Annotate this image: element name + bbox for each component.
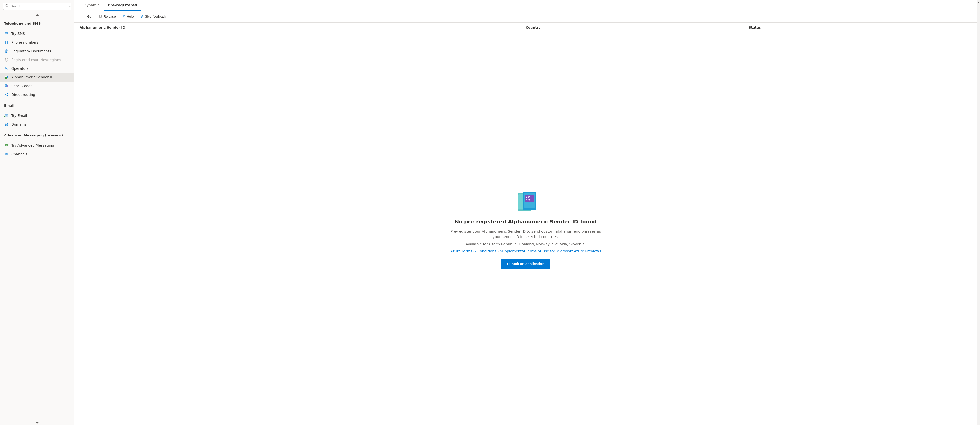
sidebar-item-label-try-sms: Try SMS [11, 32, 25, 36]
svg-rect-12 [7, 85, 8, 87]
toolbar: Get Release Help [75, 11, 977, 22]
right-scrollbar[interactable] [977, 0, 980, 425]
feedback-icon [140, 14, 143, 19]
sidebar-item-label-regulatory-docs: Regulatory Documents [11, 49, 51, 53]
scroll-down-arrow[interactable] [0, 421, 74, 425]
sidebar-item-label-short-codes: Short Codes [11, 84, 32, 88]
help-icon [122, 14, 126, 19]
svg-text:ABC: ABC [526, 196, 530, 199]
svg-rect-8 [5, 77, 6, 78]
scroll-indicator [978, 1, 980, 3]
sidebar-item-operators[interactable]: Operators [0, 64, 74, 73]
azure-terms-link[interactable]: Azure Terms & Conditions [450, 249, 496, 253]
link-separator: - [498, 249, 500, 253]
search-box[interactable] [3, 3, 71, 10]
divider-2 [4, 110, 70, 110]
empty-state: ABC 123 No pre-registered Alphanumeric S… [75, 33, 977, 425]
help-button[interactable]: Help [119, 13, 136, 20]
sidebar-item-label-direct-routing: Direct routing [11, 93, 35, 97]
search-icon [5, 4, 9, 8]
sidebar-item-label-try-advanced-messaging: Try Advanced Messaging [11, 143, 54, 147]
globe-icon [4, 49, 9, 53]
svg-point-21 [141, 16, 142, 17]
sidebar-item-try-sms[interactable]: Try SMS [0, 29, 74, 38]
get-button[interactable]: Get [80, 13, 95, 20]
sidebar-content: Telephony and SMS Try SMS Phone numbers [0, 17, 74, 421]
main-content: Dynamic Pre-registered Get Release [75, 0, 977, 425]
search-input[interactable] [11, 4, 69, 8]
sidebar-item-registered-countries: Registered countries/regions [0, 56, 74, 64]
svg-rect-13 [5, 85, 6, 86]
operators-icon [4, 66, 9, 71]
email-icon [4, 113, 9, 118]
sidebar-item-label-registered-countries: Registered countries/regions [11, 58, 61, 62]
sender-id-icon: AB [4, 75, 9, 79]
svg-point-15 [5, 94, 6, 95]
svg-point-17 [7, 95, 8, 96]
sidebar-item-label-operators: Operators [11, 67, 29, 71]
adv-msg-icon [4, 143, 9, 148]
sidebar-item-short-codes[interactable]: Short Codes [0, 82, 74, 90]
sidebar-item-channels[interactable]: Channels [0, 150, 74, 159]
col-header-sender-id: Alphanumeric Sender ID [80, 25, 526, 30]
scroll-up-arrow[interactable] [0, 13, 74, 17]
help-button-label: Help [127, 14, 134, 19]
globe2-icon [4, 57, 9, 62]
svg-text:AB: AB [7, 77, 8, 78]
sidebar-item-label-domains: Domains [11, 122, 27, 127]
tab-pre-registered[interactable]: Pre-registered [104, 0, 142, 11]
svg-text:123: 123 [526, 199, 530, 201]
tabs-bar: Dynamic Pre-registered [75, 0, 977, 11]
hash-icon [4, 40, 9, 44]
svg-point-16 [7, 93, 8, 94]
section-email: Email [0, 101, 74, 109]
empty-state-description-1: Pre-register your Alphanumeric Sender ID… [449, 229, 603, 239]
table-header: Alphanumeric Sender ID Country Status [75, 22, 977, 33]
sidebar-item-try-email[interactable]: Try Email [0, 111, 74, 120]
channels-icon [4, 152, 9, 157]
sidebar-item-label-channels: Channels [11, 152, 27, 156]
svg-rect-7 [5, 76, 7, 77]
release-button-label: Release [103, 14, 116, 19]
trash-icon [99, 14, 102, 19]
feedback-button[interactable]: Give feedback [137, 13, 169, 20]
sidebar: « Telephony and SMS Try SMS [0, 0, 75, 425]
empty-state-illustration: ABC 123 [515, 189, 536, 212]
submit-application-button[interactable]: Submit an application [501, 259, 550, 268]
col-header-country: Country [526, 25, 749, 30]
svg-point-4 [6, 67, 7, 68]
section-telephony-sms: Telephony and SMS [0, 19, 74, 27]
col-header-status: Status [749, 25, 972, 30]
sms-icon [4, 31, 9, 36]
get-button-label: Get [87, 14, 92, 19]
domains-icon [4, 122, 9, 127]
sidebar-item-label-try-email: Try Email [11, 114, 27, 118]
svg-rect-14 [5, 86, 6, 86]
short-codes-icon [4, 84, 9, 88]
feedback-button-label: Give feedback [145, 14, 166, 19]
supplemental-terms-link[interactable]: Supplemental Terms of Use for Microsoft … [500, 249, 601, 253]
plus-icon [82, 14, 86, 19]
release-button[interactable]: Release [96, 13, 118, 20]
sidebar-item-alphanumeric-sender-id[interactable]: AB Alphanumeric Sender ID [0, 73, 74, 82]
search-container: « [0, 0, 74, 13]
collapse-sidebar-button[interactable]: « [68, 3, 72, 10]
sidebar-item-domains[interactable]: Domains [0, 120, 74, 129]
empty-state-links: Azure Terms & Conditions - Supplemental … [450, 249, 601, 253]
phone-svg-illustration: ABC 123 [515, 189, 539, 215]
sidebar-item-regulatory-docs[interactable]: Regulatory Documents [0, 47, 74, 56]
sidebar-item-label-phone-numbers: Phone numbers [11, 40, 38, 44]
sidebar-item-try-advanced-messaging[interactable]: Try Advanced Messaging [0, 141, 74, 150]
empty-state-title: No pre-registered Alphanumeric Sender ID… [455, 219, 597, 225]
empty-state-description-2: Available for Czech Republic, Finaland, … [466, 242, 585, 247]
section-advanced-messaging: Advanced Messaging (preview) [0, 131, 74, 139]
sidebar-item-direct-routing[interactable]: Direct routing [0, 90, 74, 99]
tab-dynamic[interactable]: Dynamic [80, 0, 104, 11]
routing-icon [4, 92, 9, 97]
sidebar-item-label-alphanumeric: Alphanumeric Sender ID [11, 75, 54, 79]
sidebar-item-phone-numbers[interactable]: Phone numbers [0, 38, 74, 47]
